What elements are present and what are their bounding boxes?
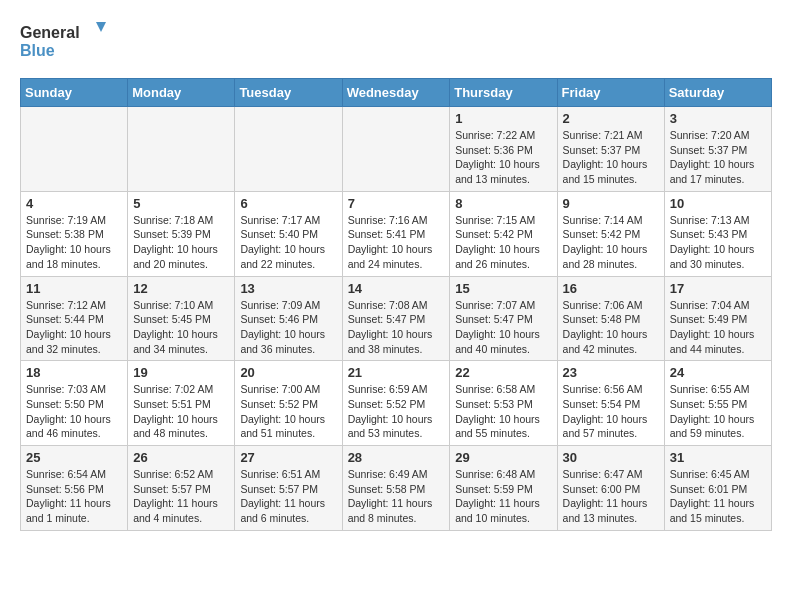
day-info: Sunrise: 6:55 AM Sunset: 5:55 PM Dayligh…: [670, 382, 766, 441]
calendar-cell: 2Sunrise: 7:21 AM Sunset: 5:37 PM Daylig…: [557, 107, 664, 192]
page-header: General Blue: [20, 20, 772, 62]
calendar-cell: 30Sunrise: 6:47 AM Sunset: 6:00 PM Dayli…: [557, 446, 664, 531]
day-number: 26: [133, 450, 229, 465]
day-info: Sunrise: 7:13 AM Sunset: 5:43 PM Dayligh…: [670, 213, 766, 272]
calendar-cell: 13Sunrise: 7:09 AM Sunset: 5:46 PM Dayli…: [235, 276, 342, 361]
svg-text:Blue: Blue: [20, 42, 55, 59]
calendar-cell: 9Sunrise: 7:14 AM Sunset: 5:42 PM Daylig…: [557, 191, 664, 276]
day-info: Sunrise: 6:59 AM Sunset: 5:52 PM Dayligh…: [348, 382, 445, 441]
day-info: Sunrise: 7:02 AM Sunset: 5:51 PM Dayligh…: [133, 382, 229, 441]
day-number: 16: [563, 281, 659, 296]
day-info: Sunrise: 6:58 AM Sunset: 5:53 PM Dayligh…: [455, 382, 551, 441]
calendar-cell: 7Sunrise: 7:16 AM Sunset: 5:41 PM Daylig…: [342, 191, 450, 276]
weekday-header-monday: Monday: [128, 79, 235, 107]
day-info: Sunrise: 7:22 AM Sunset: 5:36 PM Dayligh…: [455, 128, 551, 187]
calendar-cell: 23Sunrise: 6:56 AM Sunset: 5:54 PM Dayli…: [557, 361, 664, 446]
day-number: 25: [26, 450, 122, 465]
calendar-cell: 3Sunrise: 7:20 AM Sunset: 5:37 PM Daylig…: [664, 107, 771, 192]
day-info: Sunrise: 6:48 AM Sunset: 5:59 PM Dayligh…: [455, 467, 551, 526]
day-info: Sunrise: 6:54 AM Sunset: 5:56 PM Dayligh…: [26, 467, 122, 526]
calendar-cell: 5Sunrise: 7:18 AM Sunset: 5:39 PM Daylig…: [128, 191, 235, 276]
calendar-cell: 17Sunrise: 7:04 AM Sunset: 5:49 PM Dayli…: [664, 276, 771, 361]
calendar-cell: 26Sunrise: 6:52 AM Sunset: 5:57 PM Dayli…: [128, 446, 235, 531]
weekday-header-saturday: Saturday: [664, 79, 771, 107]
day-number: 11: [26, 281, 122, 296]
day-number: 18: [26, 365, 122, 380]
calendar-cell: 15Sunrise: 7:07 AM Sunset: 5:47 PM Dayli…: [450, 276, 557, 361]
weekday-header-wednesday: Wednesday: [342, 79, 450, 107]
calendar-cell: 14Sunrise: 7:08 AM Sunset: 5:47 PM Dayli…: [342, 276, 450, 361]
day-info: Sunrise: 6:45 AM Sunset: 6:01 PM Dayligh…: [670, 467, 766, 526]
day-number: 29: [455, 450, 551, 465]
day-number: 19: [133, 365, 229, 380]
calendar-cell: 22Sunrise: 6:58 AM Sunset: 5:53 PM Dayli…: [450, 361, 557, 446]
calendar-week-1: 1Sunrise: 7:22 AM Sunset: 5:36 PM Daylig…: [21, 107, 772, 192]
day-info: Sunrise: 7:06 AM Sunset: 5:48 PM Dayligh…: [563, 298, 659, 357]
calendar-cell: [342, 107, 450, 192]
calendar-cell: 25Sunrise: 6:54 AM Sunset: 5:56 PM Dayli…: [21, 446, 128, 531]
calendar-cell: 19Sunrise: 7:02 AM Sunset: 5:51 PM Dayli…: [128, 361, 235, 446]
weekday-header-sunday: Sunday: [21, 79, 128, 107]
day-number: 12: [133, 281, 229, 296]
svg-marker-2: [96, 22, 106, 32]
day-number: 15: [455, 281, 551, 296]
calendar-cell: [235, 107, 342, 192]
calendar-cell: 8Sunrise: 7:15 AM Sunset: 5:42 PM Daylig…: [450, 191, 557, 276]
day-number: 3: [670, 111, 766, 126]
day-info: Sunrise: 7:16 AM Sunset: 5:41 PM Dayligh…: [348, 213, 445, 272]
calendar-cell: 4Sunrise: 7:19 AM Sunset: 5:38 PM Daylig…: [21, 191, 128, 276]
calendar-cell: 18Sunrise: 7:03 AM Sunset: 5:50 PM Dayli…: [21, 361, 128, 446]
day-info: Sunrise: 6:52 AM Sunset: 5:57 PM Dayligh…: [133, 467, 229, 526]
day-number: 31: [670, 450, 766, 465]
day-info: Sunrise: 7:00 AM Sunset: 5:52 PM Dayligh…: [240, 382, 336, 441]
day-number: 30: [563, 450, 659, 465]
calendar-cell: 29Sunrise: 6:48 AM Sunset: 5:59 PM Dayli…: [450, 446, 557, 531]
calendar-table: SundayMondayTuesdayWednesdayThursdayFrid…: [20, 78, 772, 531]
day-number: 10: [670, 196, 766, 211]
day-info: Sunrise: 7:18 AM Sunset: 5:39 PM Dayligh…: [133, 213, 229, 272]
calendar-cell: 27Sunrise: 6:51 AM Sunset: 5:57 PM Dayli…: [235, 446, 342, 531]
calendar-cell: 24Sunrise: 6:55 AM Sunset: 5:55 PM Dayli…: [664, 361, 771, 446]
day-number: 21: [348, 365, 445, 380]
day-info: Sunrise: 7:08 AM Sunset: 5:47 PM Dayligh…: [348, 298, 445, 357]
logo-svg: General Blue: [20, 20, 110, 62]
day-number: 13: [240, 281, 336, 296]
day-info: Sunrise: 7:20 AM Sunset: 5:37 PM Dayligh…: [670, 128, 766, 187]
day-number: 5: [133, 196, 229, 211]
calendar-cell: 16Sunrise: 7:06 AM Sunset: 5:48 PM Dayli…: [557, 276, 664, 361]
weekday-header-row: SundayMondayTuesdayWednesdayThursdayFrid…: [21, 79, 772, 107]
calendar-week-3: 11Sunrise: 7:12 AM Sunset: 5:44 PM Dayli…: [21, 276, 772, 361]
calendar-cell: [21, 107, 128, 192]
calendar-cell: 6Sunrise: 7:17 AM Sunset: 5:40 PM Daylig…: [235, 191, 342, 276]
day-info: Sunrise: 7:15 AM Sunset: 5:42 PM Dayligh…: [455, 213, 551, 272]
calendar-cell: 21Sunrise: 6:59 AM Sunset: 5:52 PM Dayli…: [342, 361, 450, 446]
day-info: Sunrise: 7:07 AM Sunset: 5:47 PM Dayligh…: [455, 298, 551, 357]
day-number: 2: [563, 111, 659, 126]
calendar-week-4: 18Sunrise: 7:03 AM Sunset: 5:50 PM Dayli…: [21, 361, 772, 446]
day-number: 14: [348, 281, 445, 296]
day-number: 23: [563, 365, 659, 380]
calendar-week-5: 25Sunrise: 6:54 AM Sunset: 5:56 PM Dayli…: [21, 446, 772, 531]
day-number: 1: [455, 111, 551, 126]
day-number: 28: [348, 450, 445, 465]
day-number: 9: [563, 196, 659, 211]
day-number: 24: [670, 365, 766, 380]
logo: General Blue: [20, 20, 110, 62]
day-number: 6: [240, 196, 336, 211]
svg-text:General: General: [20, 24, 80, 41]
day-info: Sunrise: 7:14 AM Sunset: 5:42 PM Dayligh…: [563, 213, 659, 272]
calendar-cell: 31Sunrise: 6:45 AM Sunset: 6:01 PM Dayli…: [664, 446, 771, 531]
calendar-cell: 20Sunrise: 7:00 AM Sunset: 5:52 PM Dayli…: [235, 361, 342, 446]
calendar-cell: [128, 107, 235, 192]
weekday-header-tuesday: Tuesday: [235, 79, 342, 107]
day-info: Sunrise: 7:09 AM Sunset: 5:46 PM Dayligh…: [240, 298, 336, 357]
calendar-cell: 1Sunrise: 7:22 AM Sunset: 5:36 PM Daylig…: [450, 107, 557, 192]
calendar-cell: 10Sunrise: 7:13 AM Sunset: 5:43 PM Dayli…: [664, 191, 771, 276]
calendar-cell: 12Sunrise: 7:10 AM Sunset: 5:45 PM Dayli…: [128, 276, 235, 361]
day-number: 27: [240, 450, 336, 465]
calendar-cell: 28Sunrise: 6:49 AM Sunset: 5:58 PM Dayli…: [342, 446, 450, 531]
day-info: Sunrise: 6:47 AM Sunset: 6:00 PM Dayligh…: [563, 467, 659, 526]
day-info: Sunrise: 7:21 AM Sunset: 5:37 PM Dayligh…: [563, 128, 659, 187]
day-number: 8: [455, 196, 551, 211]
day-info: Sunrise: 7:10 AM Sunset: 5:45 PM Dayligh…: [133, 298, 229, 357]
